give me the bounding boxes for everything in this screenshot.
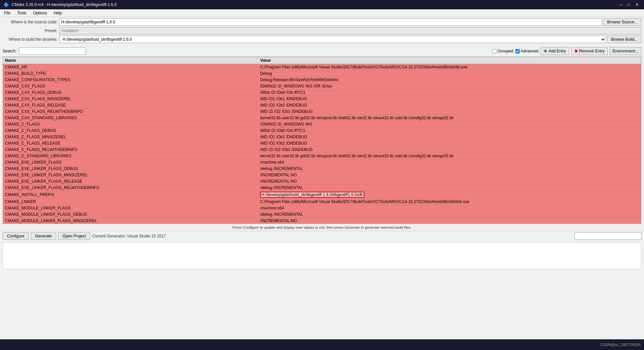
- remove-entry-icon: ✖: [574, 48, 578, 54]
- row-name: CMAKE_C_FLAGS_RELEASE: [3, 140, 258, 147]
- table-row[interactable]: CMAKE_CXX_FLAGS_MINSIZEREL/MD /O1 /Ob1 /…: [3, 96, 641, 102]
- generate-button[interactable]: Generate: [31, 232, 56, 240]
- advanced-label: Advanced: [521, 49, 538, 53]
- minimize-button[interactable]: ─: [617, 2, 624, 8]
- row-name: CMAKE_EXE_LINKER_FLAGS_RELWITHDEBINFO: [3, 185, 258, 191]
- menu-file[interactable]: File: [1, 10, 13, 16]
- row-value: /DWIN32 /D_WINDOWS /W3 /GR /EHsc: [258, 83, 641, 90]
- table-row[interactable]: CMAKE_CXX_FLAGS_DEBUG/MDd /Zi /Ob0 /Od /…: [3, 90, 641, 96]
- table-row[interactable]: CMAKE_BUILD_TYPEDebug: [3, 70, 641, 77]
- table-row[interactable]: CMAKE_C_FLAGS/DWIN32 /D_WINDOWS /W3: [3, 121, 641, 128]
- grouped-checkbox[interactable]: [492, 49, 497, 53]
- table-row[interactable]: CMAKE_C_STANDARD_LIBRARIESkernel32.lib u…: [3, 153, 641, 159]
- row-value: /INCREMENTAL:NO: [258, 172, 641, 178]
- menu-tools[interactable]: Tools: [14, 10, 29, 16]
- row-name: CMAKE_C_FLAGS_DEBUG: [3, 128, 258, 134]
- table-header-row: Name Value: [3, 57, 641, 64]
- cmake-table: Name Value CMAKE_ARC:/Program Files (x86…: [3, 57, 641, 224]
- row-value: /debug /INCREMENTAL: [258, 166, 641, 172]
- table-row[interactable]: CMAKE_MODULE_LINKER_FLAGS_DEBUG/debug /I…: [3, 211, 641, 218]
- menu-options[interactable]: Options: [30, 10, 49, 16]
- row-value: /MD /O2 /Ob2 /DNDEBUG: [258, 102, 641, 109]
- row-value: H:/develop/gdal/build_dir/libgeotiff-1.6…: [258, 191, 641, 199]
- environment-label: Environment...: [613, 49, 638, 53]
- col-value: Value: [258, 57, 641, 64]
- preset-input: [59, 27, 641, 34]
- highlighted-value: H:/develop/gdal/build_dir/libgeotiff-1.6…: [260, 192, 364, 198]
- bottom-input[interactable]: [575, 232, 641, 240]
- row-name: CMAKE_CXX_STANDARD_LIBRARIES: [3, 115, 258, 121]
- main-content: Where is the source code: Browse Source.…: [0, 17, 644, 339]
- row-name: CMAKE_CXX_FLAGS: [3, 83, 258, 90]
- source-label: Where is the source code:: [3, 20, 59, 24]
- table-row[interactable]: CMAKE_INSTALL_PREFIXH:/develop/gdal/buil…: [3, 191, 641, 199]
- build-row: Where to build the binaries: H:/develop/…: [3, 36, 641, 43]
- row-value: C:/Program Files (x86)/Microsoft Visual …: [258, 199, 641, 205]
- table-row[interactable]: CMAKE_C_FLAGS_DEBUG/MDd /Zi /Ob0 /Od /RT…: [3, 128, 641, 134]
- row-name: CMAKE_MODULE_LINKER_FLAGS: [3, 205, 258, 211]
- row-value: C:/Program Files (x86)/Microsoft Visual …: [258, 64, 641, 70]
- cmake-table-container[interactable]: Name Value CMAKE_ARC:/Program Files (x86…: [3, 57, 641, 224]
- table-row[interactable]: CMAKE_C_FLAGS_RELWITHDEBINFO/MD /Zi /O2 …: [3, 147, 641, 153]
- row-name: CMAKE_C_FLAGS_MINSIZEREL: [3, 134, 258, 140]
- search-input[interactable]: [19, 47, 86, 55]
- source-row: Where is the source code: Browse Source.…: [3, 18, 641, 26]
- table-row[interactable]: CMAKE_CXX_FLAGS_RELWITHDEBINFO/MD /Zi /O…: [3, 109, 641, 115]
- advanced-check[interactable]: Advanced: [515, 49, 538, 53]
- table-row[interactable]: CMAKE_MODULE_LINKER_FLAGS/machine:x64: [3, 205, 641, 211]
- table-row[interactable]: CMAKE_C_FLAGS_RELEASE/MD /O2 /Ob2 /DNDEB…: [3, 140, 641, 147]
- grouped-check[interactable]: Grouped: [492, 49, 513, 53]
- close-button[interactable]: ✕: [633, 2, 641, 8]
- table-row[interactable]: CMAKE_MODULE_LINKER_FLAGS_MINSIZEREL/INC…: [3, 218, 641, 224]
- row-value: /INCREMENTAL:NO: [258, 218, 641, 224]
- build-select[interactable]: H:/develop/gdal/buid_dir/libgeotiff-1.6.…: [59, 36, 606, 43]
- preset-label: Preset:: [3, 28, 59, 33]
- menu-help[interactable]: Help: [51, 10, 65, 16]
- remove-entry-label: Remove Entry: [579, 49, 605, 53]
- table-row[interactable]: CMAKE_ARC:/Program Files (x86)/Microsoft…: [3, 64, 641, 70]
- row-value: /INCREMENTAL:NO: [258, 178, 641, 185]
- table-row[interactable]: CMAKE_LINKERC:/Program Files (x86)/Micro…: [3, 199, 641, 205]
- table-row[interactable]: CMAKE_EXE_LINKER_FLAGS_RELWITHDEBINFO/de…: [3, 185, 641, 191]
- table-row[interactable]: CMAKE_C_FLAGS_MINSIZEREL/MD /O1 /Ob1 /DN…: [3, 134, 641, 140]
- window-title: CMake 3.26.0-rc4 - H:/develop/gdal/buid_…: [12, 2, 117, 7]
- row-name: CMAKE_EXE_LINKER_FLAGS: [3, 159, 258, 166]
- row-value: /MD /Zi /O2 /Ob1 /DNDEBUG: [258, 109, 641, 115]
- form-area: Where is the source code: Browse Source.…: [0, 17, 644, 46]
- maximize-button[interactable]: □: [626, 2, 632, 8]
- table-row[interactable]: CMAKE_CONFIGURATION_TYPESDebug;Release;M…: [3, 77, 641, 83]
- table-row[interactable]: CMAKE_CXX_FLAGS/DWIN32 /D_WINDOWS /W3 /G…: [3, 83, 641, 90]
- table-row[interactable]: CMAKE_EXE_LINKER_FLAGS/machine:x64: [3, 159, 641, 166]
- row-name: CMAKE_CONFIGURATION_TYPES: [3, 77, 258, 83]
- source-input[interactable]: [59, 18, 602, 26]
- browse-build-button[interactable]: Browse Build...: [607, 36, 641, 43]
- row-value: /MD /O2 /Ob2 /DNDEBUG: [258, 140, 641, 147]
- advanced-checkbox[interactable]: [515, 49, 520, 53]
- row-value: /debug /INCREMENTAL: [258, 185, 641, 191]
- table-row[interactable]: CMAKE_EXE_LINKER_FLAGS_DEBUG/debug /INCR…: [3, 166, 641, 172]
- menu-bar: File Tools Options Help: [0, 9, 644, 17]
- row-name: CMAKE_MODULE_LINKER_FLAGS_DEBUG: [3, 211, 258, 218]
- search-label: Search:: [3, 49, 16, 53]
- table-row[interactable]: CMAKE_EXE_LINKER_FLAGS_RELEASE/INCREMENT…: [3, 178, 641, 185]
- row-name: CMAKE_C_FLAGS: [3, 121, 258, 128]
- row-value: kernel32.lib user32.lib gdi32.lib winspo…: [258, 153, 641, 159]
- output-area: [3, 242, 641, 269]
- configure-button[interactable]: Configure: [3, 232, 29, 240]
- row-value: /machine:x64: [258, 205, 641, 211]
- environment-button[interactable]: Environment...: [610, 47, 641, 55]
- row-value: /machine:x64: [258, 159, 641, 166]
- remove-entry-button[interactable]: ✖ Remove Entry: [571, 47, 608, 55]
- row-name: CMAKE_MODULE_LINKER_FLAGS_MINSIZEREL: [3, 218, 258, 224]
- open-project-button[interactable]: Open Project: [58, 232, 90, 240]
- table-row[interactable]: CMAKE_CXX_STANDARD_LIBRARIESkernel32.lib…: [3, 115, 641, 121]
- row-name: CMAKE_CXX_FLAGS_RELWITHDEBINFO: [3, 109, 258, 115]
- row-value: kernel32.lib user32.lib gdi32.lib winspo…: [258, 115, 641, 121]
- grouped-label: Grouped: [498, 49, 513, 53]
- toolbar: Search: Grouped Advanced ✚ Add Entry ✖ R…: [0, 46, 644, 57]
- table-row[interactable]: CMAKE_CXX_FLAGS_RELEASE/MD /O2 /Ob2 /DND…: [3, 102, 641, 109]
- table-row[interactable]: CMAKE_EXE_LINKER_FLAGS_MINSIZEREL/INCREM…: [3, 172, 641, 178]
- title-bar: 🔷 CMake 3.26.0-rc4 - H:/develop/gdal/bui…: [0, 0, 644, 9]
- add-entry-button[interactable]: ✚ Add Entry: [540, 47, 569, 55]
- browse-source-button[interactable]: Browse Source...: [604, 18, 641, 26]
